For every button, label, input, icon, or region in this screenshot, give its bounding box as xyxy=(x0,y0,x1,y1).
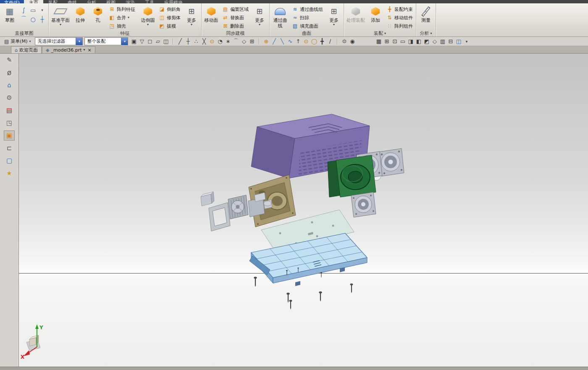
roles-icon[interactable]: ★ xyxy=(4,168,15,178)
hole-button[interactable]: 孔 xyxy=(89,4,107,30)
replace-face[interactable]: ⇄ 替换面 xyxy=(220,13,251,22)
tab-menu-arrow[interactable]: ▾ xyxy=(84,48,85,52)
sketch-button[interactable]: ▦ 草图 xyxy=(1,4,18,30)
rect-select-icon[interactable]: ◻ xyxy=(146,37,154,45)
graphics-viewport[interactable]: Y X xyxy=(19,54,588,367)
circle-icon[interactable]: ⊙ xyxy=(302,37,310,45)
through-curve-mesh[interactable]: ≋ 通过曲线组 xyxy=(290,5,325,13)
hide-toggle-icon[interactable]: ø xyxy=(4,68,15,78)
polygon-select-icon[interactable]: ▱ xyxy=(154,37,162,45)
assembly-navigator-icon[interactable]: ⌂ xyxy=(4,80,15,90)
tab-welcome-page[interactable]: ⌂ 欢迎页面 xyxy=(11,46,42,53)
web-browser-icon[interactable]: ▢ xyxy=(4,156,15,166)
ribbon-tab[interactable]: 渲染 xyxy=(121,0,140,3)
shaded-view-icon[interactable]: ◩ xyxy=(423,37,430,45)
reuse-library-icon[interactable]: ◳ xyxy=(4,118,15,128)
orientation-triad[interactable]: Y X xyxy=(21,324,43,360)
slash-icon[interactable]: ∕ xyxy=(326,37,334,45)
snap-endpoint-icon[interactable]: ╱ xyxy=(176,37,184,45)
measure-button[interactable]: 测量 xyxy=(417,4,435,30)
group-label-surface[interactable]: 曲面 xyxy=(270,30,343,36)
through-curves-button[interactable]: 通过曲线 xyxy=(270,4,290,30)
ribbon-tab[interactable]: 工具 xyxy=(140,0,159,3)
surface-more-button[interactable]: ⊞ 更多 ▾ xyxy=(325,4,343,30)
cooling-fan-lower[interactable] xyxy=(351,192,376,217)
pan-icon[interactable]: ▭ xyxy=(399,37,407,45)
select-by-type-icon[interactable]: ◫ xyxy=(162,37,170,45)
selection-filter-dropdown[interactable]: ▾ xyxy=(76,38,82,45)
cooling-fan-rear-right[interactable] xyxy=(379,149,404,176)
move-face-button[interactable]: 移动面 xyxy=(202,4,220,30)
ribbon-tab[interactable]: 视图 xyxy=(101,0,121,3)
selection-scope-combo[interactable]: 整个装配 ▾ xyxy=(84,37,128,45)
edge-blend-button[interactable]: 边倒圆 ▾ xyxy=(139,4,157,30)
snap-grid-icon[interactable]: ⊞ xyxy=(248,37,256,45)
group-label-sync-modeling[interactable]: 同步建模 xyxy=(202,30,268,36)
selection-filter-icon[interactable]: ▽ xyxy=(138,37,146,45)
spline-icon[interactable]: ∿ xyxy=(286,37,294,45)
hd3d-tools-icon[interactable]: ⊏ xyxy=(4,143,15,153)
move-window-icon[interactable]: ▦ xyxy=(375,37,383,45)
point-dialog-icon[interactable]: ⊕ xyxy=(262,37,270,45)
screw[interactable] xyxy=(350,284,353,293)
screw[interactable] xyxy=(254,277,257,287)
hexagon-icon[interactable]: ◯ xyxy=(310,37,318,45)
role-pencil-icon[interactable]: ✎ xyxy=(4,55,15,65)
unite[interactable]: ◧ 合并 ▾ xyxy=(107,13,139,22)
snap-midpoint-icon[interactable]: ┼ xyxy=(184,37,192,45)
snap-existing-point-icon[interactable]: ∗ xyxy=(224,37,232,45)
move-component[interactable]: ⇅ 移动组件 xyxy=(384,13,415,22)
snapshot-icon[interactable]: ◫ xyxy=(454,37,462,45)
view-options-arrow[interactable]: ▾ xyxy=(462,37,470,45)
datum-plane-dropdown[interactable]: ▾ xyxy=(60,23,61,26)
snap-point-on-face-icon[interactable]: ◇ xyxy=(240,37,248,45)
sync-more-button[interactable]: ⊞ 更多 ▾ xyxy=(251,4,268,30)
perspective-icon[interactable]: ◧ xyxy=(415,37,423,45)
edge-blend-dropdown[interactable]: ▾ xyxy=(147,23,149,26)
group-label-assembly[interactable]: 装配 ▾ xyxy=(345,30,415,36)
visibility-icon[interactable]: ◉ xyxy=(348,37,356,45)
chamfer[interactable]: ◪ 倒斜角 xyxy=(157,5,183,13)
pattern-component[interactable]: ∷ 阵列组件 xyxy=(384,22,415,30)
snap-point-on-curve-icon[interactable]: ⌒ xyxy=(232,37,240,45)
selection-filter-combo[interactable]: 无选择过滤器 ▾ xyxy=(35,37,83,45)
trim-body[interactable]: ◫ 修剪体 xyxy=(157,13,183,22)
rectangle-tool[interactable]: ▭ xyxy=(29,5,37,14)
delete-face[interactable]: ⊠ 删除面 xyxy=(220,22,251,30)
snap-point-toggle-icon[interactable]: ▣ xyxy=(130,37,138,45)
ribbon-tab[interactable]: 分析 xyxy=(82,0,101,3)
arc-tool[interactable]: ⌒ xyxy=(19,15,28,23)
circle-tool[interactable]: ○ xyxy=(29,15,37,23)
draft[interactable]: ◩ 拔模 xyxy=(157,22,183,30)
assembly-constraints[interactable]: ╋ 装配约束 xyxy=(384,5,415,13)
snap-quadrant-icon[interactable]: ◔ xyxy=(216,37,224,45)
snap-control-point-icon[interactable]: ∴ xyxy=(192,37,200,45)
add-component-button[interactable]: 添加 xyxy=(367,4,384,30)
constraint-navigator-icon[interactable]: ⚙ xyxy=(4,93,15,103)
tab-close-icon[interactable]: × xyxy=(88,48,92,52)
sweep[interactable]: ≈ 扫掠 xyxy=(290,13,325,22)
point-tool[interactable]: ┼ xyxy=(38,15,47,23)
extrude-button[interactable]: 拉伸 xyxy=(71,4,89,30)
wireframe-view-icon[interactable]: ◇ xyxy=(430,37,438,45)
offset-region[interactable]: ▤ 偏置区域 xyxy=(220,5,251,13)
fill-surface[interactable]: ▨ 填充曲面 xyxy=(290,22,325,30)
ribbon-tab[interactable]: 应用模块 xyxy=(159,0,188,3)
ribbon-tab[interactable]: 主页 xyxy=(24,0,43,3)
chassis-tray[interactable] xyxy=(249,233,367,286)
ribbon-tab[interactable]: 曲线 xyxy=(63,0,82,3)
group-label-feature[interactable]: 特征 xyxy=(50,30,200,36)
screw[interactable] xyxy=(287,293,290,303)
gear-icon[interactable]: ⚙ xyxy=(340,37,348,45)
zoom-icon[interactable]: ⊡ xyxy=(391,37,399,45)
blower-housing[interactable] xyxy=(328,155,376,197)
arc-icon[interactable]: ╲ xyxy=(278,37,286,45)
feature-more-button[interactable]: ⊞ 更多 ▾ xyxy=(183,4,200,30)
active-palette-icon[interactable]: ▣ xyxy=(4,130,15,141)
group-label-analysis[interactable]: 分析 ▾ xyxy=(417,30,435,36)
menu-button[interactable]: ▤ 菜单(M) ▾ xyxy=(2,37,33,46)
vector-icon[interactable]: ↑ xyxy=(294,37,302,45)
tab-model36-prt[interactable]: ◆ _model36.prt ▾ × xyxy=(42,46,95,53)
screw[interactable] xyxy=(320,272,322,278)
datum-plane-button[interactable]: 基准平面 ▾ xyxy=(50,4,71,30)
